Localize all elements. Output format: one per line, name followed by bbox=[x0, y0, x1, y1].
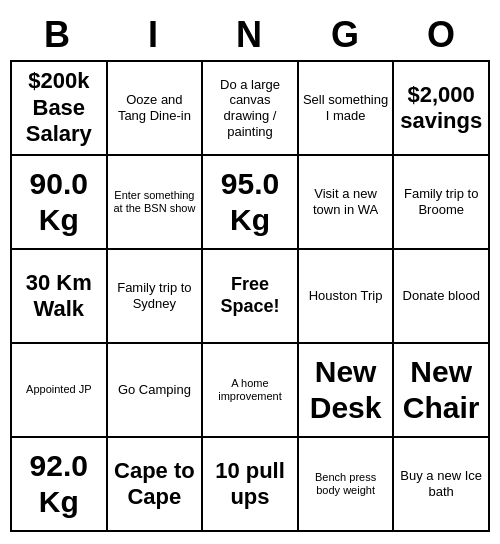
header-letter: N bbox=[202, 10, 298, 60]
bingo-header: BINGO bbox=[10, 10, 490, 60]
bingo-cell: Appointed JP bbox=[12, 344, 108, 438]
bingo-cell: Enter something at the BSN show bbox=[108, 156, 204, 250]
header-letter: O bbox=[394, 10, 490, 60]
header-letter: B bbox=[10, 10, 106, 60]
bingo-cell: Do a large canvas drawing / painting bbox=[203, 62, 299, 156]
bingo-cell: Cape to Cape bbox=[108, 438, 204, 532]
bingo-cell: 10 pull ups bbox=[203, 438, 299, 532]
bingo-cell: $2,000 savings bbox=[394, 62, 490, 156]
bingo-cell: Donate blood bbox=[394, 250, 490, 344]
bingo-cell: Houston Trip bbox=[299, 250, 395, 344]
bingo-cell: Free Space! bbox=[203, 250, 299, 344]
bingo-cell: Visit a new town in WA bbox=[299, 156, 395, 250]
bingo-grid: $200k Base SalaryOoze and Tang Dine-inDo… bbox=[10, 60, 490, 532]
bingo-cell: New Chair bbox=[394, 344, 490, 438]
bingo-cell: 92.0 Kg bbox=[12, 438, 108, 532]
header-letter: I bbox=[106, 10, 202, 60]
header-letter: G bbox=[298, 10, 394, 60]
bingo-cell: $200k Base Salary bbox=[12, 62, 108, 156]
bingo-cell: Go Camping bbox=[108, 344, 204, 438]
bingo-cell: Buy a new Ice bath bbox=[394, 438, 490, 532]
bingo-cell: A home improvement bbox=[203, 344, 299, 438]
bingo-cell: Family trip to Broome bbox=[394, 156, 490, 250]
bingo-cell: 95.0 Kg bbox=[203, 156, 299, 250]
bingo-cell: Family trip to Sydney bbox=[108, 250, 204, 344]
bingo-cell: 30 Km Walk bbox=[12, 250, 108, 344]
bingo-card: BINGO $200k Base SalaryOoze and Tang Din… bbox=[10, 10, 490, 532]
bingo-cell: Bench press body weight bbox=[299, 438, 395, 532]
bingo-cell: 90.0 Kg bbox=[12, 156, 108, 250]
bingo-cell: New Desk bbox=[299, 344, 395, 438]
bingo-cell: Ooze and Tang Dine-in bbox=[108, 62, 204, 156]
bingo-cell: Sell something I made bbox=[299, 62, 395, 156]
